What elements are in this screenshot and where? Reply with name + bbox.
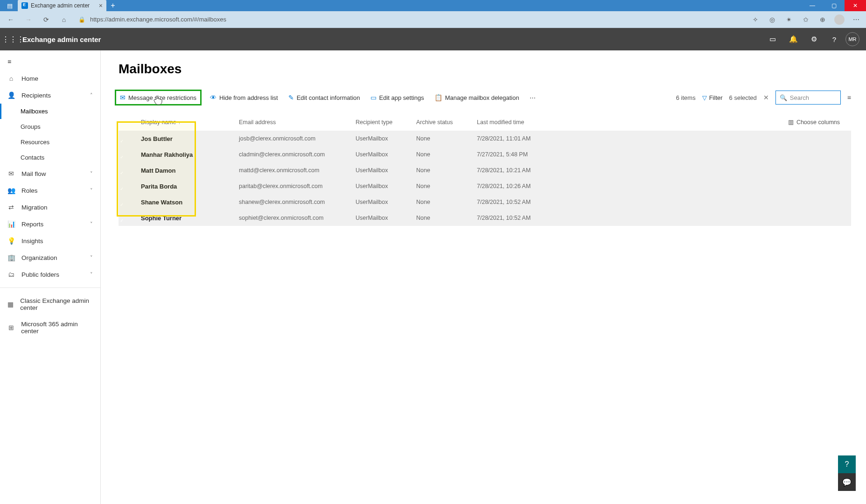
favorites-icon[interactable]: ✩ [801,14,811,25]
back-button[interactable]: ← [5,14,17,26]
home-button[interactable]: ⌂ [58,14,70,26]
table-row[interactable]: Matt Damonmattd@clerex.onmicrosoft.comUs… [119,162,851,178]
sidebar-item-resources[interactable]: Resources [0,134,100,150]
manage-delegation-button[interactable]: 📋 Manage mailbox delegation [433,91,521,104]
sidebar-item-organization[interactable]: 🏢 Organization ˅ [0,249,100,266]
sidebar-item-classic-eac[interactable]: ▦ Classic Exchange admin center [0,293,100,316]
sidebar-item-contacts[interactable]: Contacts [0,150,100,165]
collections-icon[interactable]: ⊕ [817,14,828,25]
col-recipient-type[interactable]: Recipient type [356,119,416,126]
tracking-icon[interactable]: ◎ [767,14,777,25]
sidebar-item-m365-admin[interactable]: ⊞ Microsoft 365 admin center [0,316,100,339]
search-input[interactable]: 🔍 Search [775,91,841,105]
refresh-button[interactable]: ⟳ [40,14,52,26]
insights-icon: 💡 [7,237,15,245]
browser-menu-icon[interactable]: ⋯ [851,14,861,25]
button-label: Message size restrictions [128,94,196,101]
sidebar-item-groups[interactable]: Groups [0,119,100,134]
filter-button[interactable]: ▽ Filter [702,94,723,101]
chevron-down-icon: ˅ [90,188,93,194]
forward-button[interactable]: → [22,14,35,26]
mail-icon: ✉ [7,170,15,177]
search-placeholder: Search [790,94,809,101]
sidebar-item-label: Reports [21,221,43,228]
notifications-icon[interactable]: 🔔 [784,30,803,49]
button-label: Manage mailbox delegation [445,94,519,101]
migration-icon: ⇄ [7,203,15,211]
col-email[interactable]: Email address [239,119,356,126]
view-options-icon[interactable]: ≡ [847,94,851,101]
more-commands-button[interactable]: ⋯ [528,94,538,101]
command-bar: ✉ Message size restrictions 👁 Hide from … [119,90,851,105]
table-row[interactable]: Manhar Rakholiyacladmin@clerex.onmicroso… [119,147,851,162]
app-launcher-icon[interactable]: ⋮⋮⋮ [4,30,22,49]
window-maximize-button[interactable]: ▢ [823,0,845,11]
cell-email: paritab@clerex.onmicrosoft.com [239,183,356,189]
sidebar-item-label: Organization [21,254,57,261]
profile-avatar[interactable] [834,14,845,25]
chevron-down-icon: ˅ [90,171,93,177]
chevron-down-icon: ˅ [90,255,93,261]
address-bar: ← → ⟳ ⌂ 🔒 https://admin.exchange.microso… [0,11,866,28]
table-row[interactable]: Sophie Turnersophiet@clerex.onmicrosoft.… [119,210,851,226]
app-settings-icon: ▭ [370,94,377,101]
feedback-fab-button[interactable]: 💬 [838,473,856,491]
mail-size-icon: ✉ [120,94,126,101]
cell-email: sophiet@clerex.onmicrosoft.com [239,215,356,221]
sidebar-item-migration[interactable]: ⇄ Migration [0,199,100,216]
new-tab-button[interactable]: + [106,0,119,11]
message-size-restrictions-button[interactable]: ✉ Message size restrictions [115,90,202,105]
edit-app-settings-button[interactable]: ▭ Edit app settings [369,91,426,104]
cell-email: josb@clerex.onmicrosoft.com [239,135,356,142]
help-fab-button[interactable]: ? [838,455,856,473]
tab-actions-icon[interactable]: ▤ [2,0,18,11]
shopping-icon[interactable]: ✧ [750,14,761,25]
col-archive-status[interactable]: Archive status [416,119,477,126]
browser-titlebar: ▤ Exchange admin center × + — ▢ ✕ [0,0,866,11]
sidebar-item-home[interactable]: ⌂ Home [0,70,100,87]
cell-modified: 7/28/2021, 10:52 AM [477,215,594,221]
button-label: Filter [709,94,723,101]
sidebar-item-roles[interactable]: 👥 Roles ˅ [0,182,100,199]
edit-contact-info-button[interactable]: ✎ Edit contact information [286,91,362,104]
main-content: Mailboxes ✉ Message size restrictions 👁 … [101,50,866,504]
sidebar-item-label: Recipients [21,92,51,99]
delegation-icon: 📋 [434,94,442,101]
cell-modified: 7/28/2021, 10:21 AM [477,167,594,174]
window-minimize-button[interactable]: — [802,0,823,11]
table-row[interactable]: Jos Buttlerjosb@clerex.onmicrosoft.comUs… [119,131,851,147]
col-modified[interactable]: Last modified time [477,119,594,126]
sidebar-item-public-folders[interactable]: 🗂 Public folders ˅ [0,266,100,283]
hide-from-address-list-button[interactable]: 👁 Hide from address list [208,91,280,104]
settings-icon[interactable]: ⚙ [804,30,823,49]
table-row[interactable]: Parita Bordaparitab@clerex.onmicrosoft.c… [119,178,851,194]
help-icon[interactable]: ? [825,30,844,49]
chevron-down-icon: ˅ [90,221,93,227]
dashboard-icon[interactable]: ▭ [763,30,782,49]
m365-icon: ⊞ [7,324,14,331]
sidebar-item-mail-flow[interactable]: ✉ Mail flow ˅ [0,165,100,182]
sidebar-item-reports[interactable]: 📊 Reports ˅ [0,216,100,232]
classic-icon: ▦ [7,301,14,308]
sidebar-item-recipients[interactable]: 👤 Recipients ˄ [0,87,100,104]
cell-recipient-type: UserMailbox [356,199,416,205]
url-field[interactable]: 🔒 https://admin.exchange.microsoft.com/#… [76,16,745,23]
cell-recipient-type: UserMailbox [356,167,416,174]
sidebar-toggle-icon[interactable]: ≡ [0,53,100,70]
sidebar-item-insights[interactable]: 💡 Insights [0,232,100,249]
sidebar-item-mailboxes[interactable]: Mailboxes [0,104,100,119]
clear-selection-button[interactable]: ✕ [763,94,769,101]
extensions-icon[interactable]: ✴ [784,14,794,25]
table-row[interactable]: Shane Watsonshanew@clerex.onmicrosoft.co… [119,194,851,210]
cell-archive: None [416,199,477,205]
user-avatar[interactable]: MR [845,32,859,46]
app-header: ⋮⋮⋮ Exchange admin center ▭ 🔔 ⚙ ? MR [0,28,866,50]
window-close-button[interactable]: ✕ [845,0,866,11]
button-label: Hide from address list [219,94,278,101]
cell-display-name: Sophie Turner [141,215,239,222]
tab-close-icon[interactable]: × [99,2,103,9]
browser-tab[interactable]: Exchange admin center × [18,0,106,11]
col-display-name[interactable]: Display name↑ [141,119,239,126]
choose-columns-button[interactable]: ▥ Choose columns [788,119,851,126]
cell-archive: None [416,151,477,158]
